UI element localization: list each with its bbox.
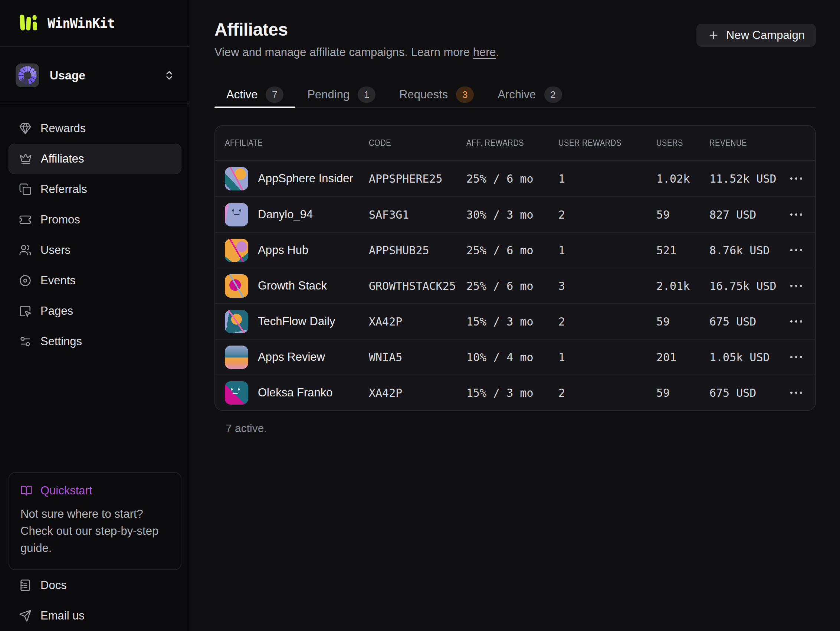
row-menu-button[interactable] bbox=[786, 383, 806, 403]
affiliate-name: Oleksa Franko bbox=[258, 386, 333, 399]
row-menu-button[interactable] bbox=[786, 347, 806, 367]
main-content: Affiliates View and manage affiliate cam… bbox=[190, 0, 840, 631]
table-row[interactable]: AppSphere Insider APPSPHERE25 25% / 6 mo… bbox=[215, 161, 815, 196]
avatar bbox=[225, 346, 248, 369]
project-app-icon bbox=[16, 63, 39, 87]
sidebar-item-label: Events bbox=[40, 274, 76, 287]
count-badge-orange: 3 bbox=[456, 87, 474, 103]
revenue: 675 USD bbox=[709, 315, 783, 328]
sidebar-item-label: Affiliates bbox=[41, 152, 84, 166]
affiliate-name: AppSphere Insider bbox=[258, 172, 353, 185]
table-row[interactable]: Growth Stack GROWTHSTACK25 25% / 6 mo 3 … bbox=[215, 267, 815, 303]
sidebar-item-label: Users bbox=[40, 244, 71, 257]
column-header: USERS bbox=[656, 138, 703, 148]
users-count: 59 bbox=[656, 315, 709, 328]
user-rewards: 2 bbox=[558, 208, 656, 221]
tab-label: Archive bbox=[497, 88, 536, 101]
learn-more-link[interactable]: here bbox=[473, 46, 496, 59]
tab-pending[interactable]: Pending 1 bbox=[295, 82, 387, 107]
notebook-icon bbox=[19, 579, 32, 591]
affiliate-code: APPSHUB25 bbox=[369, 244, 466, 257]
aff-rewards: 25% / 6 mo bbox=[466, 172, 558, 185]
quickstart-title: Quickstart bbox=[40, 484, 92, 497]
crown-icon bbox=[19, 153, 32, 165]
avatar bbox=[225, 203, 248, 226]
tab-requests[interactable]: Requests 3 bbox=[387, 82, 486, 107]
gem-icon bbox=[19, 122, 32, 135]
revenue: 827 USD bbox=[709, 208, 783, 221]
table-row[interactable]: Danylo_94 SAF3G1 30% / 3 mo 2 59 827 USD bbox=[215, 196, 815, 232]
quickstart-card[interactable]: Quickstart Not sure where to start? Chec… bbox=[8, 472, 182, 570]
sidebar-item-pages[interactable]: Pages bbox=[8, 296, 182, 326]
send-icon bbox=[19, 609, 32, 622]
affiliate-code: GROWTHSTACK25 bbox=[369, 280, 466, 293]
sidebar-item-events[interactable]: Events bbox=[8, 266, 182, 296]
table-row[interactable]: Apps Hub APPSHUB25 25% / 6 mo 1 521 8.76… bbox=[215, 232, 815, 267]
sidebar-item-users[interactable]: Users bbox=[8, 235, 182, 266]
sliders-icon bbox=[19, 335, 32, 348]
revenue: 1.05k USD bbox=[709, 351, 783, 364]
column-header: AFFILIATE bbox=[225, 138, 351, 148]
users-count: 201 bbox=[656, 351, 709, 364]
sidebar-item-affiliates[interactable]: Affiliates bbox=[8, 144, 182, 174]
column-header: AFF. REWARDS bbox=[466, 138, 547, 148]
affiliate-name: TechFlow Daily bbox=[258, 315, 335, 328]
table-row[interactable]: Oleksa Franko XA42P 15% / 3 mo 2 59 675 … bbox=[215, 375, 815, 410]
table-footer-count: 7 active. bbox=[226, 422, 816, 435]
tab-active[interactable]: Active 7 bbox=[215, 82, 295, 107]
smiley-face bbox=[231, 209, 243, 217]
new-campaign-button[interactable]: New Campaign bbox=[696, 24, 816, 47]
ticket-icon bbox=[19, 213, 32, 226]
count-badge: 2 bbox=[544, 87, 562, 103]
affiliate-code: XA42P bbox=[369, 315, 466, 328]
affiliate-name: Growth Stack bbox=[258, 279, 327, 293]
sidebar-item-settings[interactable]: Settings bbox=[8, 326, 182, 357]
users-icon bbox=[19, 244, 32, 256]
affiliate-name: Apps Review bbox=[258, 350, 325, 364]
row-menu-button[interactable] bbox=[786, 276, 806, 296]
table-row[interactable]: Apps Review WNIA5 10% / 4 mo 1 201 1.05k… bbox=[215, 339, 815, 375]
aff-rewards: 15% / 3 mo bbox=[466, 386, 558, 399]
row-menu-button[interactable] bbox=[786, 240, 806, 260]
user-rewards: 2 bbox=[558, 315, 656, 328]
sidebar-item-label: Settings bbox=[40, 335, 82, 348]
affiliate-code: XA42P bbox=[369, 386, 466, 399]
avatar bbox=[225, 239, 248, 262]
count-badge: 7 bbox=[266, 87, 283, 103]
sidebar-item-rewards[interactable]: Rewards bbox=[8, 113, 182, 144]
users-count: 2.01k bbox=[656, 280, 709, 293]
sidebar-item-email-us[interactable]: Email us bbox=[0, 601, 189, 631]
row-menu-button[interactable] bbox=[786, 312, 806, 332]
avatar bbox=[225, 274, 248, 298]
table-row[interactable]: TechFlow Daily XA42P 15% / 3 mo 2 59 675… bbox=[215, 303, 815, 339]
user-rewards: 1 bbox=[558, 351, 656, 364]
plus-icon bbox=[707, 29, 719, 41]
smiley-face bbox=[229, 388, 241, 396]
aff-rewards: 15% / 3 mo bbox=[466, 315, 558, 328]
sidebar-item-promos[interactable]: Promos bbox=[8, 204, 182, 235]
sidebar-item-referrals[interactable]: Referrals bbox=[8, 174, 182, 204]
avatar bbox=[225, 381, 248, 405]
user-rewards: 1 bbox=[558, 172, 656, 185]
tab-archive[interactable]: Archive 2 bbox=[486, 82, 573, 107]
column-header: CODE bbox=[369, 138, 455, 148]
project-name: Usage bbox=[50, 69, 85, 82]
tab-label: Requests bbox=[399, 88, 448, 101]
project-switcher[interactable]: Usage bbox=[0, 47, 189, 104]
aff-rewards: 25% / 6 mo bbox=[466, 244, 558, 257]
row-menu-button[interactable] bbox=[786, 204, 806, 225]
user-rewards: 2 bbox=[558, 386, 656, 399]
quickstart-body: Not sure where to start? Check out our s… bbox=[21, 506, 170, 557]
brand: WinWinKit bbox=[0, 0, 189, 47]
count-badge: 1 bbox=[358, 87, 376, 103]
subtitle-text: View and manage affiliate campaigns. Lea… bbox=[215, 46, 473, 59]
users-count: 59 bbox=[656, 208, 709, 221]
aff-rewards: 10% / 4 mo bbox=[466, 351, 558, 364]
row-menu-button[interactable] bbox=[786, 169, 806, 188]
sidebar-item-docs[interactable]: Docs bbox=[0, 570, 189, 601]
sidebar-nav: Rewards Affiliates Referrals Promos User… bbox=[0, 104, 189, 357]
users-count: 59 bbox=[656, 386, 709, 399]
user-rewards: 1 bbox=[558, 244, 656, 257]
sidebar-item-label: Referrals bbox=[40, 183, 87, 196]
aff-rewards: 30% / 3 mo bbox=[466, 208, 558, 221]
